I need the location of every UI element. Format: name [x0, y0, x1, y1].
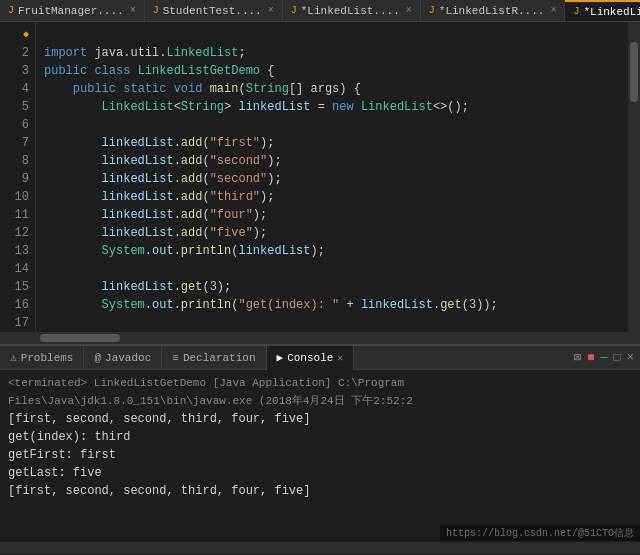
close-icon[interactable]: × — [406, 5, 412, 16]
tab-label: *LinkedList.... — [301, 5, 400, 17]
tab-label: StudentTest.... — [163, 5, 262, 17]
javadoc-icon: @ — [94, 352, 101, 364]
tab-fruitmanager[interactable]: J FruitManager.... × — [0, 0, 145, 22]
console-stop-button[interactable]: ■ — [587, 351, 594, 365]
console-close-button[interactable]: × — [627, 351, 634, 365]
console-output-line-3: getFirst: first — [8, 446, 632, 464]
console-output-line-5: [first, second, second, third, four, fiv… — [8, 482, 632, 500]
java-file-icon: J — [153, 5, 159, 16]
declaration-icon: ≡ — [172, 352, 179, 364]
bottom-panel: ⚠ Problems @ Javadoc ≡ Declaration ▶ Con… — [0, 344, 640, 554]
java-file-icon: J — [573, 6, 579, 17]
tab-studenttest[interactable]: J StudentTest.... × — [145, 0, 283, 22]
console-output-line-4: getLast: five — [8, 464, 632, 482]
tab-linkedlistg[interactable]: J *LinkedListG.... × — [565, 0, 640, 22]
bottom-panel-controls: ⊠ ■ ─ □ × — [574, 350, 640, 365]
tab-javadoc[interactable]: @ Javadoc — [84, 346, 162, 370]
java-file-icon: J — [429, 5, 435, 16]
code-editor: ◆ 2 3 4 5 6 7 8 9 10 11 12 13 14 15 16 1… — [0, 22, 640, 332]
tab-console[interactable]: ▶ Console ✕ — [267, 346, 355, 370]
console-clear-button[interactable]: ⊠ — [574, 350, 581, 365]
close-icon[interactable]: × — [268, 5, 274, 16]
tab-label: Problems — [21, 352, 74, 364]
close-icon[interactable]: × — [550, 5, 556, 16]
tab-label: Declaration — [183, 352, 256, 364]
editor-hscroll-thumb[interactable] — [40, 334, 120, 342]
scrollbar-thumb[interactable] — [630, 42, 638, 102]
editor-scrollbar[interactable] — [628, 22, 640, 332]
tab-label: Console — [287, 352, 333, 364]
tab-label: FruitManager.... — [18, 5, 124, 17]
bottom-tab-bar: ⚠ Problems @ Javadoc ≡ Declaration ▶ Con… — [0, 346, 640, 370]
console-minimize-button[interactable]: ─ — [600, 351, 607, 365]
console-maximize-button[interactable]: □ — [614, 351, 621, 365]
console-horizontal-scrollbar[interactable] — [0, 542, 640, 554]
tab-label: *LinkedListR.... — [439, 5, 545, 17]
problems-icon: ⚠ — [10, 351, 17, 364]
close-icon[interactable]: × — [130, 5, 136, 16]
console-close-hint: ✕ — [337, 352, 343, 364]
line-numbers: ◆ 2 3 4 5 6 7 8 9 10 11 12 13 14 15 16 1… — [0, 22, 36, 332]
editor-horizontal-scrollbar[interactable] — [0, 332, 640, 344]
console-terminated-line: <terminated> LinkedListGetDemo [Java App… — [8, 374, 632, 410]
editor-tab-bar: J FruitManager.... × J StudentTest.... ×… — [0, 0, 640, 22]
tab-label: *LinkedListG.... — [583, 6, 640, 18]
java-file-icon: J — [291, 5, 297, 16]
console-output-line-2: get(index): third — [8, 428, 632, 446]
tab-problems[interactable]: ⚠ Problems — [0, 346, 84, 370]
console-output-line-1: [first, second, second, third, four, fiv… — [8, 410, 632, 428]
tab-linkedlistr[interactable]: J *LinkedListR.... × — [421, 0, 566, 22]
tab-linkedlist[interactable]: J *LinkedList.... × — [283, 0, 421, 22]
code-text[interactable]: import java.util.LinkedList; public clas… — [36, 22, 628, 332]
console-output: <terminated> LinkedListGetDemo [Java App… — [0, 370, 640, 542]
console-icon: ▶ — [277, 351, 284, 364]
tab-label: Javadoc — [105, 352, 151, 364]
watermark: https://blog.csdn.net/@51CTO信息 — [440, 525, 640, 541]
java-file-icon: J — [8, 5, 14, 16]
tab-declaration[interactable]: ≡ Declaration — [162, 346, 266, 370]
